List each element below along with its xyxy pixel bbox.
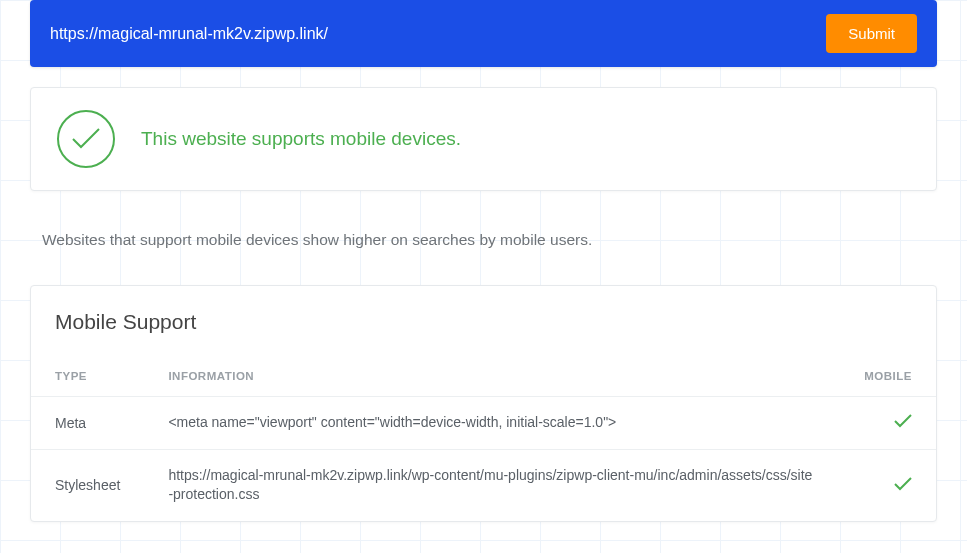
- header-information: INFORMATION: [144, 358, 840, 397]
- submit-button[interactable]: Submit: [826, 14, 917, 53]
- mobile-support-card: Mobile Support TYPE INFORMATION MOBILE M…: [30, 285, 937, 522]
- cell-mobile: [840, 397, 936, 450]
- cell-mobile: [840, 449, 936, 521]
- header-mobile: MOBILE: [840, 358, 936, 397]
- description-text: Websites that support mobile devices sho…: [30, 231, 937, 249]
- cell-information: https://magical-mrunal-mk2v.zipwp.link/w…: [144, 449, 840, 521]
- mobile-support-table: TYPE INFORMATION MOBILE Meta <meta name=…: [31, 358, 936, 521]
- status-card: This website supports mobile devices.: [30, 87, 937, 191]
- cell-information: <meta name="viewport" content="width=dev…: [144, 397, 840, 450]
- table-title: Mobile Support: [31, 310, 936, 358]
- status-message: This website supports mobile devices.: [141, 128, 461, 150]
- table-row: Meta <meta name="viewport" content="widt…: [31, 397, 936, 450]
- check-circle-icon: [57, 110, 115, 168]
- url-submit-bar: https://magical-mrunal-mk2v.zipwp.link/ …: [30, 0, 937, 67]
- check-icon: [894, 415, 912, 431]
- cell-type: Stylesheet: [31, 449, 144, 521]
- table-row: Stylesheet https://magical-mrunal-mk2v.z…: [31, 449, 936, 521]
- url-display: https://magical-mrunal-mk2v.zipwp.link/: [50, 25, 826, 43]
- check-icon: [894, 478, 912, 494]
- header-type: TYPE: [31, 358, 144, 397]
- cell-type: Meta: [31, 397, 144, 450]
